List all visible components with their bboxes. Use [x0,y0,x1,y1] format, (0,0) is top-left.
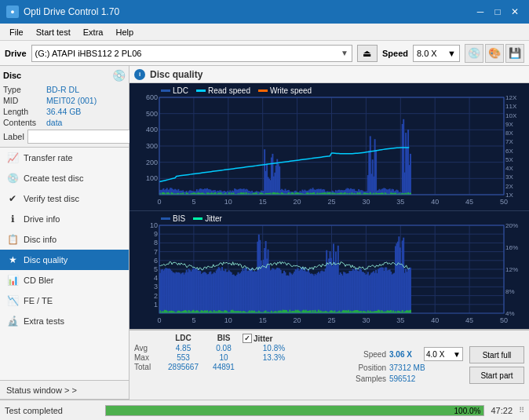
stats-position-value: 37312 MB [389,363,452,372]
titlebar-title: Opti Drive Control 1.70 [24,6,119,17]
toolbar-btn-1[interactable]: 💿 [465,44,483,63]
stats-ldc-avg: 4.85 [162,344,205,352]
stats-jitter-total [243,363,305,371]
speed-dropdown-arrow: ▼ [453,350,461,359]
stats-jitter-max: 13.3% [243,353,305,362]
drive-label: Drive [5,49,27,58]
stats-hdr-jitter-container: ✓ Jitter [243,334,305,343]
stats-right-labels: Speed 3.06 X 4.0 X ▼ Position 37312 MB [343,334,463,396]
app-icon: ● [6,5,19,18]
disc-mid-label: MID [3,96,46,105]
sidebar-item-label-verify-test-disc: Verify test disc [24,194,79,203]
create-test-disc-icon: 💿 [6,172,19,184]
jitter-checkbox[interactable]: ✓ [243,334,252,343]
sidebar-item-extra-tests[interactable]: 🔬 Extra tests [0,311,129,331]
maximize-button[interactable]: □ [490,5,505,19]
sidebar-nav: 📈 Transfer rate 💿 Create test disc ✔ Ver… [0,148,129,380]
stats-samples-label: Samples [343,374,386,383]
content-area: i Disc quality LDC Read speed [130,66,529,400]
stats-ldc-total: 2895667 [162,363,205,371]
disc-header-icon: 💿 [112,69,126,82]
status-text: Test completed [5,406,99,415]
stats-speed-label: Speed [343,350,386,359]
sidebar-item-label-extra-tests: Extra tests [24,316,64,326]
sidebar-item-label-disc-quality: Disc quality [24,255,67,265]
dq-icon: i [134,69,145,80]
menu-start-test[interactable]: Start test [30,26,77,38]
stats-ldc-max: 553 [162,353,205,362]
stats-hdr-bis: BIS [205,334,243,343]
minimize-button[interactable]: ─ [472,5,488,19]
stats-bis-total: 44891 [205,363,243,371]
stats-headers: LDC BIS ✓ Jitter [134,334,305,343]
start-part-button[interactable]: Start part [469,367,524,384]
stats-speed-row: Speed 3.06 X 4.0 X ▼ [343,347,463,361]
sidebar-item-cd-bler[interactable]: 📊 CD Bler [0,270,129,290]
charts-area: LDC Read speed Write speed [130,83,529,329]
stats-max-row: Max 553 10 13.3% [134,353,305,362]
menu-help[interactable]: Help [109,26,140,38]
close-button[interactable]: ✕ [507,5,523,19]
status-window-button[interactable]: Status window > > [0,381,129,400]
disc-length-label: Length [3,107,46,116]
progress-text: 100.0% [454,406,481,417]
stats-hdr-jitter: Jitter [254,334,272,343]
menu-extra[interactable]: Extra [77,26,110,38]
disc-header-label: Disc [3,71,21,80]
start-full-button[interactable]: Start full [469,346,524,363]
stats-samples-row: Samples 596512 [343,374,463,383]
stats-avg-label: Avg [134,344,162,352]
sidebar-item-transfer-rate[interactable]: 📈 Transfer rate [0,148,129,168]
drive-select-value: (G:) ATAPI iHBS112 2 PL06 [35,49,341,58]
titlebar: ● Opti Drive Control 1.70 ─ □ ✕ [0,0,529,24]
toolbar-btn-2[interactable]: 🎨 [485,44,504,63]
sidebar-item-verify-test-disc[interactable]: ✔ Verify test disc [0,188,129,209]
stats-grid-container: LDC BIS ✓ Jitter Avg 4.85 0.08 10.8% [134,334,305,396]
drive-select[interactable]: (G:) ATAPI iHBS112 2 PL06 ▼ [31,45,352,62]
speed-value: 8.0 X [417,49,447,58]
disc-type-label: Type [3,85,46,94]
sidebar-item-label-disc-info: Disc info [24,235,57,244]
stats-bis-max: 10 [205,353,243,362]
sidebar-item-fe-te[interactable]: 📉 FE / TE [0,290,129,311]
sidebar-item-create-test-disc[interactable]: 💿 Create test disc [0,168,129,188]
titlebar-left: ● Opti Drive Control 1.70 [6,5,119,18]
speed-dropdown-value: 4.0 X [426,350,453,359]
sidebar-item-disc-info[interactable]: 📋 Disc info [0,229,129,250]
stats-avg-row: Avg 4.85 0.08 10.8% [134,344,305,352]
sidebar-item-label-create-test-disc: Create test disc [24,173,83,183]
menu-file[interactable]: File [3,26,30,38]
disc-mid-value: MEIT02 (001) [46,96,97,105]
speed-select[interactable]: 8.0 X ▼ [413,45,460,62]
extra-tests-icon: 🔬 [6,315,19,327]
disc-length-value: 36.44 GB [46,107,81,116]
disc-quality-title: Disc quality [150,69,202,80]
resize-grip-icon: ⠿ [519,406,524,415]
disc-header: Disc 💿 [3,69,126,82]
drive-info-icon: ℹ [6,213,19,225]
progress-bar-container: 100.0% [105,405,484,416]
toolbar-btn-3[interactable]: 💾 [505,44,524,63]
speed-dropdown[interactable]: 4.0 X ▼ [424,347,463,361]
sidebar-item-label-transfer-rate: Transfer rate [24,153,73,163]
disc-label-input[interactable] [27,130,132,144]
sidebar-item-label-cd-bler: CD Bler [24,276,54,285]
eject-button[interactable]: ⏏ [357,45,378,62]
disc-quality-header: i Disc quality [130,66,529,83]
disc-type-row: Type BD-R DL [3,85,126,94]
disc-info-icon: 📋 [6,233,19,246]
stats-speed-value: 3.06 X [389,350,421,359]
disc-length-row: Length 36.44 GB [3,107,126,116]
stats-hdr-ldc: LDC [162,334,205,343]
stats-samples-value: 596512 [389,374,452,383]
speed-arrow-icon: ▼ [447,49,456,58]
sidebar-item-label-fe-te: FE / TE [24,296,53,305]
drive-dropdown-arrow: ▼ [341,49,348,57]
top-chart-canvas [130,83,529,210]
sidebar-bottom: Status window > > [0,380,129,400]
disc-label-label: Label [3,132,24,141]
sidebar-item-drive-info[interactable]: ℹ Drive info [0,209,129,229]
sidebar-item-disc-quality[interactable]: ★ Disc quality [0,250,129,270]
stats-position-label: Position [343,363,386,372]
disc-contents-row: Contents data [3,118,126,127]
